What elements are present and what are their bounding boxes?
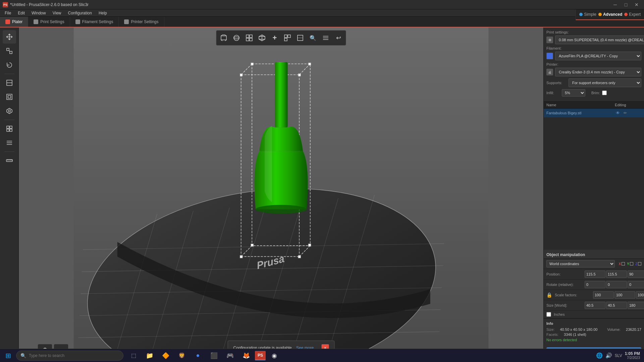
add-object-button[interactable]: +: [269, 32, 281, 44]
brim-checkbox[interactable]: [602, 90, 607, 95]
lock-icon[interactable]: 🔒: [546, 292, 552, 298]
mode-simple-button[interactable]: Simple: [579, 12, 596, 17]
slice-viewport-button[interactable]: [294, 32, 306, 44]
filament-color-box[interactable]: [546, 53, 553, 59]
printer-select[interactable]: Creality Ender-3 (0.4 mm nozzle) - Copy: [555, 68, 641, 76]
menu-help[interactable]: Help: [95, 10, 110, 16]
rotate-x-input[interactable]: [585, 281, 605, 288]
taskview-button[interactable]: ⬚: [126, 350, 141, 362]
variable-layer-button[interactable]: [3, 136, 16, 149]
rotate-z-input[interactable]: [628, 281, 644, 288]
rotate-y-input[interactable]: [606, 281, 627, 288]
infill-select[interactable]: 5% 10% 15% 20%: [562, 89, 585, 97]
chrome-app[interactable]: ●: [191, 350, 205, 362]
coord-system-select[interactable]: World coordinates Local coordinates: [546, 260, 615, 267]
size-x-input[interactable]: [585, 302, 605, 309]
advanced-dot: [598, 13, 602, 16]
svg-rect-0: [7, 48, 9, 51]
edit-icon[interactable]: ✏: [622, 110, 628, 116]
search-input[interactable]: [29, 353, 119, 358]
orbit-button[interactable]: [230, 32, 243, 44]
filament-select[interactable]: AzureFilm PLA @CREALITY - Copy: [555, 52, 641, 60]
info-facets-label: Facets:: [546, 333, 558, 337]
plater-tab-icon: [5, 19, 10, 24]
tab-filament-settings[interactable]: Filament Settings: [70, 17, 119, 27]
taskbar-time-value: 1:05 PM: [625, 351, 640, 356]
name-column-header: Name: [544, 102, 612, 109]
scale-row: 🔒 Scale factors: %: [544, 290, 644, 300]
undo-button[interactable]: ↩: [332, 32, 344, 44]
hollow-tool-button[interactable]: [3, 90, 16, 104]
svg-rect-12: [10, 129, 12, 131]
print-profile-icon[interactable]: ⚙: [546, 37, 553, 43]
main-layout: + 🔍 ↩: [0, 27, 644, 362]
ruler-button[interactable]: [3, 154, 16, 167]
taskbar-clock[interactable]: 1:05 PM 7/2/2023: [625, 351, 640, 360]
scale-y-input[interactable]: [614, 291, 635, 299]
isometric-button[interactable]: [256, 32, 268, 44]
menu-window[interactable]: Window: [28, 10, 49, 16]
printer-icon[interactable]: 🖨: [546, 69, 553, 75]
seam-tool-button[interactable]: [3, 104, 16, 118]
size-z-input[interactable]: [628, 302, 644, 309]
supports-select[interactable]: For support enforcers only None Everywhe…: [569, 78, 641, 87]
support-tool-button[interactable]: [3, 122, 16, 135]
maximize-button[interactable]: □: [621, 0, 631, 9]
menu-configuration[interactable]: Configuration: [65, 10, 95, 16]
scale-z-input[interactable]: [636, 291, 644, 299]
misc-app[interactable]: ◉: [267, 350, 282, 362]
prusa-app[interactable]: PS: [255, 351, 266, 360]
explorer-app[interactable]: 📁: [142, 350, 157, 362]
rotate-tool-button[interactable]: [3, 58, 16, 72]
svg-rect-69: [251, 63, 254, 65]
minimize-button[interactable]: ─: [610, 0, 620, 9]
move-tool-button[interactable]: [3, 30, 16, 44]
search-bar[interactable]: 🔍: [16, 351, 123, 361]
menu-view[interactable]: View: [49, 10, 65, 16]
brave-app[interactable]: 🦁: [174, 350, 189, 362]
info-size-row: Size: 40.50 x 40.50 x 180.00 Volume: 236…: [546, 327, 641, 331]
position-z-input[interactable]: [628, 270, 644, 278]
scale-tool-button[interactable]: [3, 44, 16, 58]
scale-x-input[interactable]: [593, 291, 614, 299]
size-row: Size [World]: mm: [544, 300, 644, 311]
perspective-button[interactable]: [218, 32, 230, 44]
supports-label: Supports:: [546, 81, 567, 85]
inches-checkbox[interactable]: [546, 312, 551, 317]
info-facets-row: Facets: 3346 (1 shell): [546, 333, 641, 337]
print-settings-tab-label: Print Settings: [40, 19, 64, 24]
mode-expert-button[interactable]: Expert: [624, 12, 641, 17]
position-y-input[interactable]: [606, 270, 627, 278]
steam-app[interactable]: 🎮: [223, 350, 237, 362]
start-button[interactable]: ⊞: [0, 349, 16, 362]
search-viewport-button[interactable]: 🔍: [307, 32, 319, 44]
menu-edit[interactable]: Edit: [14, 10, 28, 16]
mode-advanced-button[interactable]: Advanced: [598, 12, 622, 17]
visibility-icon[interactable]: 👁: [615, 110, 621, 116]
window-controls: ─ □ ✕: [610, 0, 641, 9]
menu-file[interactable]: File: [1, 10, 14, 16]
cut-tool-button[interactable]: [3, 76, 16, 89]
tab-print-settings[interactable]: Print Settings: [28, 17, 70, 27]
object-manipulation-title: Object manipulation: [544, 250, 644, 259]
tab-printer-settings[interactable]: Printer Settings: [119, 17, 164, 27]
size-y-input[interactable]: [606, 302, 627, 309]
minecraft-app[interactable]: ⬛: [207, 350, 221, 362]
firefox-app[interactable]: 🦊: [239, 350, 254, 362]
toolbar-separator-2: [4, 120, 14, 120]
infill-brim-row: Infill: 5% 10% 15% 20% Brim:: [546, 89, 641, 97]
svg-rect-9: [7, 126, 9, 128]
object-row[interactable]: Fantabulous Bigey.stl 👁 ✏: [544, 109, 644, 118]
printer-label: Printer:: [546, 62, 641, 66]
speaker-icon[interactable]: 🔊: [605, 352, 612, 359]
zoom-box-button[interactable]: [243, 32, 255, 44]
legend-button[interactable]: [320, 32, 332, 44]
arrange-button[interactable]: [281, 32, 293, 44]
tab-plater[interactable]: Plater: [0, 17, 28, 27]
3d-viewport[interactable]: + 🔍 ↩: [19, 27, 543, 362]
vlc-app[interactable]: 🔶: [158, 350, 173, 362]
close-button[interactable]: ✕: [632, 0, 641, 9]
network-icon[interactable]: 🌐: [596, 352, 603, 359]
print-profile-select[interactable]: 0.08 mm SUPERDETAIL (0.4 mm nozzle) @CRE…: [555, 36, 644, 44]
position-x-input[interactable]: [585, 270, 605, 278]
